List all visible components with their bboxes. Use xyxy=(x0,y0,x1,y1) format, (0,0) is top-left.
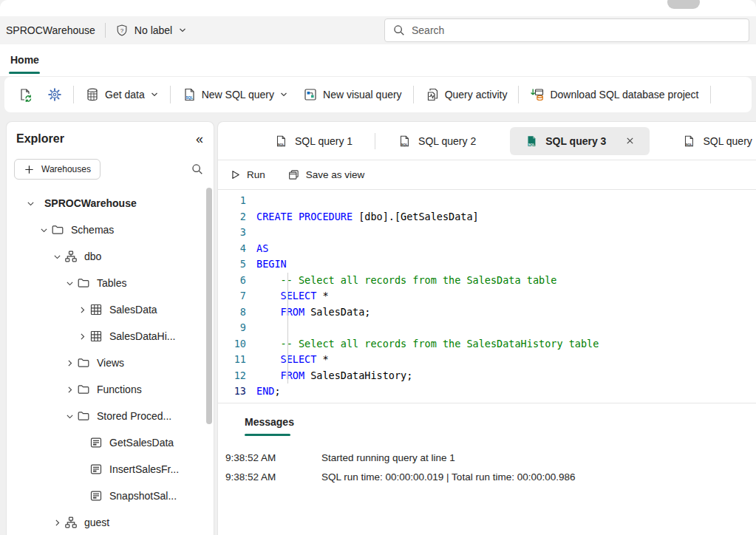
sql-code-editor[interactable]: 12CREATE PROCEDURE [dbo].[GetSalesData]3… xyxy=(218,190,756,403)
code-line[interactable]: 6 -- Select all records from the SalesDa… xyxy=(218,273,756,289)
tree-item-tables[interactable]: Tables xyxy=(7,270,214,296)
get-data-button[interactable]: Get data xyxy=(78,82,166,107)
tree-item-label: SalesData xyxy=(109,304,157,316)
message-timestamp: 9:38:52 AM xyxy=(225,471,321,483)
line-number: 13 xyxy=(218,384,256,400)
tree-item-insertsalesfr[interactable]: InsertSalesFr... xyxy=(7,456,214,483)
code-line[interactable]: 8 FROM SalesData; xyxy=(218,304,756,321)
refresh-button[interactable] xyxy=(10,82,40,107)
tree-item-label: SalesDataHi... xyxy=(109,330,175,342)
code-text: END; xyxy=(256,384,281,400)
tree-item-salesdata[interactable]: SalesData xyxy=(7,296,214,323)
global-search[interactable] xyxy=(384,18,749,42)
svg-text:SQL: SQL xyxy=(686,142,692,146)
tree-item-salesdatahistory[interactable]: SalesDataHi... xyxy=(7,323,214,350)
chevron-down-icon xyxy=(178,26,187,35)
query-activity-icon xyxy=(425,87,440,102)
tree-item-label: Tables xyxy=(97,277,126,289)
query-tab-2[interactable]: SQLSQL query 2 xyxy=(383,127,491,155)
save-as-view-label: Save as view xyxy=(306,169,365,180)
tree-item-snapshotsal[interactable]: SnapshotSal... xyxy=(7,483,214,509)
chevron-down-icon[interactable] xyxy=(24,199,36,208)
sensitivity-label-button[interactable]: ? No label xyxy=(115,24,187,37)
plus-icon xyxy=(24,164,35,175)
tree-item-label: Views xyxy=(97,357,124,369)
download-sql-project-button[interactable]: Download SQL database project xyxy=(522,82,706,107)
run-button[interactable]: Run xyxy=(230,169,265,180)
query-tab-4[interactable]: SQLSQL query xyxy=(667,127,756,155)
tab-messages[interactable]: Messages xyxy=(245,416,294,436)
new-sql-query-button-label: New SQL query xyxy=(202,89,274,100)
explorer-actions-row: Warehouses xyxy=(7,156,214,183)
query-activity-button-label: Query activity xyxy=(445,89,508,100)
message-timestamp: 9:38:52 AM xyxy=(225,452,321,463)
window-top-strip xyxy=(0,0,756,16)
tab-home[interactable]: Home xyxy=(10,54,39,66)
chevron-right-icon[interactable] xyxy=(64,358,75,368)
get-data-button-label: Get data xyxy=(105,89,145,100)
sproc-icon xyxy=(89,463,103,476)
code-line[interactable]: 4AS xyxy=(218,241,756,257)
chevron-right-icon[interactable] xyxy=(51,518,63,528)
settings-button[interactable] xyxy=(40,82,69,107)
code-line[interactable]: 3 xyxy=(218,225,756,241)
tree-item-sprocwarehouse[interactable]: SPROCWarehouse xyxy=(7,190,214,217)
tab-divider xyxy=(375,133,375,149)
tree-item-guest[interactable]: guest xyxy=(7,509,214,535)
query-activity-button[interactable]: Query activity xyxy=(418,82,515,107)
query-tab-label: SQL query xyxy=(703,135,752,147)
new-visual-query-button[interactable]: New visual query xyxy=(296,82,409,107)
workspace-name[interactable]: SPROCWarehouse xyxy=(6,24,95,36)
chevron-down-icon[interactable] xyxy=(38,225,50,235)
explorer-header: Explorer « xyxy=(7,122,214,156)
messages-list: 9:38:52 AMStarted running query at line … xyxy=(225,448,756,486)
chevron-down-icon[interactable] xyxy=(51,252,63,262)
chevron-right-icon[interactable] xyxy=(76,305,88,315)
toolbar-divider xyxy=(710,86,711,103)
code-text: SELECT * xyxy=(256,352,329,368)
collapse-explorer-button[interactable]: « xyxy=(196,132,203,146)
code-text: -- Select all records from the SalesData… xyxy=(256,336,599,352)
tree-item-dbo[interactable]: dbo xyxy=(7,243,214,270)
chevron-right-icon[interactable] xyxy=(64,385,75,395)
code-line[interactable]: 10 -- Select all records from the SalesD… xyxy=(218,336,756,352)
folder-icon xyxy=(77,383,90,396)
folder-icon xyxy=(77,276,90,290)
chevron-down-icon[interactable] xyxy=(64,279,75,288)
code-line[interactable]: 1 xyxy=(218,193,756,209)
code-line[interactable]: 2CREATE PROCEDURE [dbo].[GetSalesData] xyxy=(218,209,756,225)
nav-row: Home xyxy=(0,44,756,77)
code-line[interactable]: 9 xyxy=(218,320,756,336)
line-number: 1 xyxy=(218,193,256,209)
message-row: 9:38:52 AMStarted running query at line … xyxy=(225,448,756,467)
code-line[interactable]: 11 SELECT * xyxy=(218,352,756,368)
line-number: 4 xyxy=(218,241,256,257)
ribbon-toolbar: Get dataSQLNew SQL queryNew visual query… xyxy=(4,77,752,112)
main-panel: SQLSQL query 1SQLSQL query 2SQLSQL query… xyxy=(217,121,756,535)
explorer-scrollbar[interactable] xyxy=(206,188,212,424)
query-tab-1[interactable]: SQLSQL query 1 xyxy=(259,127,367,155)
toolbar-divider xyxy=(73,86,74,103)
chevron-down-icon[interactable] xyxy=(64,412,75,421)
explorer-search-icon[interactable] xyxy=(191,163,204,176)
sql-file-icon: SQL xyxy=(182,87,197,102)
chevron-right-icon[interactable] xyxy=(76,332,88,341)
tree-item-views[interactable]: Views xyxy=(7,350,214,376)
svg-text:?: ? xyxy=(120,27,124,34)
new-sql-query-button[interactable]: SQLNew SQL query xyxy=(174,82,296,107)
add-warehouses-button[interactable]: Warehouses xyxy=(14,159,101,180)
tree-item-stored-procedures[interactable]: Stored Proced... xyxy=(7,403,214,429)
code-line[interactable]: 5BEGIN xyxy=(218,256,756,273)
tree-item-getsalesdata[interactable]: GetSalesData xyxy=(7,429,214,456)
code-line[interactable]: 12 FROM SalesDataHistory; xyxy=(218,368,756,384)
code-line[interactable]: 7 SELECT * xyxy=(218,288,756,304)
run-label: Run xyxy=(247,169,265,180)
tree-item-functions[interactable]: Functions xyxy=(7,376,214,403)
tree-item-schemas[interactable]: Schemas xyxy=(7,217,214,243)
search-input[interactable] xyxy=(412,24,722,36)
close-tab-icon[interactable] xyxy=(625,136,635,146)
save-as-view-button[interactable]: Save as view xyxy=(287,168,365,181)
code-text: BEGIN xyxy=(256,256,287,273)
query-tab-3[interactable]: SQLSQL query 3 xyxy=(510,127,650,155)
code-line[interactable]: 13END; xyxy=(218,384,756,400)
